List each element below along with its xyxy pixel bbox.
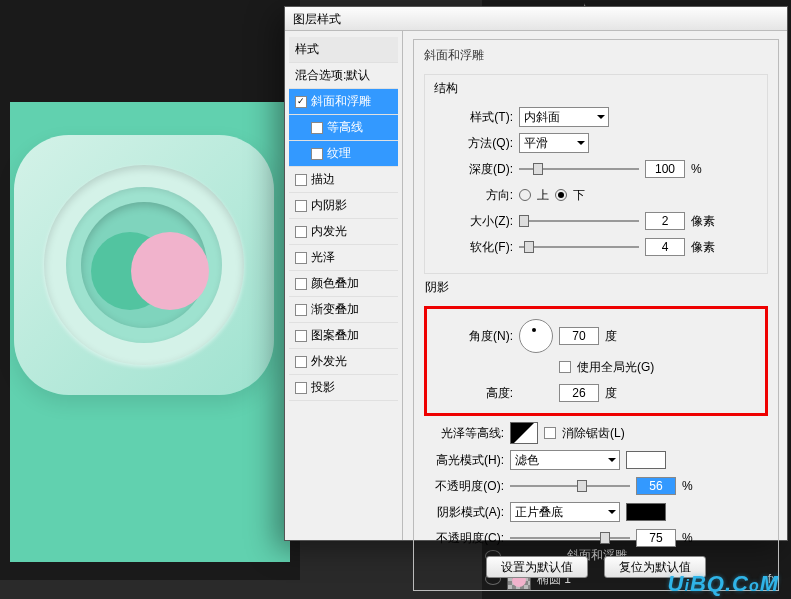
layer-style-dialog: 图层样式 样式 混合选项:默认 斜面和浮雕 等高线 纹理 描边 内阴影 内发光 … (284, 6, 788, 541)
highlight-mode-combo[interactable]: 滤色 (510, 450, 620, 470)
shadow-opacity-slider[interactable] (510, 530, 630, 546)
icon-ring-outer (44, 165, 244, 365)
checkbox-icon[interactable] (295, 252, 307, 264)
icon-circle-pink (131, 232, 209, 310)
angle-unit: 度 (605, 328, 617, 345)
technique-combo[interactable]: 平滑 (519, 133, 589, 153)
sidebar-header[interactable]: 样式 (289, 37, 398, 63)
soften-unit: 像素 (691, 239, 715, 256)
highlight-color-swatch[interactable] (626, 451, 666, 469)
structure-group: 结构 样式(T): 内斜面 方法(Q): 平滑 深度(D): 100 % (424, 74, 768, 274)
antialias-checkbox[interactable] (544, 427, 556, 439)
depth-input[interactable]: 100 (645, 160, 685, 178)
size-input[interactable]: 2 (645, 212, 685, 230)
altitude-input[interactable]: 26 (559, 384, 599, 402)
checkbox-icon[interactable] (295, 174, 307, 186)
sidebar-item-color-overlay[interactable]: 颜色叠加 (289, 271, 398, 297)
altitude-unit: 度 (605, 385, 617, 402)
sidebar-item-stroke[interactable]: 描边 (289, 167, 398, 193)
settings-panel: 斜面和浮雕 结构 样式(T): 内斜面 方法(Q): 平滑 深度(D): 100 (403, 31, 787, 540)
shadow-mode-combo[interactable]: 正片叠底 (510, 502, 620, 522)
sidebar-item-outer-glow[interactable]: 外发光 (289, 349, 398, 375)
global-light-label: 使用全局光(G) (577, 359, 654, 376)
gloss-contour-picker[interactable] (510, 422, 538, 444)
checkbox-icon[interactable] (311, 122, 323, 134)
direction-label: 方向: (433, 187, 513, 204)
size-label: 大小(Z): (433, 213, 513, 230)
sidebar-item-contour[interactable]: 等高线 (289, 115, 398, 141)
sidebar-item-pattern-overlay[interactable]: 图案叠加 (289, 323, 398, 349)
sidebar-item-inner-glow[interactable]: 内发光 (289, 219, 398, 245)
checkbox-icon[interactable] (295, 382, 307, 394)
checkbox-icon[interactable] (295, 278, 307, 290)
technique-label: 方法(Q): (433, 135, 513, 152)
direction-down-radio[interactable] (555, 189, 567, 201)
checkbox-icon[interactable] (295, 304, 307, 316)
icon-ring-inner (66, 187, 222, 343)
sidebar-item-texture[interactable]: 纹理 (289, 141, 398, 167)
shading-group: 阴影 角度(N): 70 度 使用全局光(G) (424, 280, 768, 548)
antialias-label: 消除锯齿(L) (562, 425, 625, 442)
gloss-label: 光泽等高线: (424, 425, 504, 442)
global-light-checkbox[interactable] (559, 361, 571, 373)
altitude-label: 高度: (433, 385, 513, 402)
highlight-mode-label: 高光模式(H): (424, 452, 504, 469)
shadow-opacity-input[interactable]: 75 (636, 529, 676, 547)
depth-unit: % (691, 162, 702, 176)
icon-preview (14, 135, 274, 395)
highlight-opacity-slider[interactable] (510, 478, 630, 494)
styles-sidebar: 样式 混合选项:默认 斜面和浮雕 等高线 纹理 描边 内阴影 内发光 光泽 颜色… (285, 31, 403, 540)
shadow-opacity-label: 不透明度(C): (424, 530, 504, 547)
shading-title: 阴影 (422, 279, 452, 296)
depth-label: 深度(D): (433, 161, 513, 178)
sidebar-item-bevel[interactable]: 斜面和浮雕 (289, 89, 398, 115)
dialog-titlebar[interactable]: 图层样式 (285, 7, 787, 31)
highlight-box: 角度(N): 70 度 使用全局光(G) 高度: (424, 306, 768, 416)
structure-title: 结构 (431, 80, 461, 97)
sidebar-item-satin[interactable]: 光泽 (289, 245, 398, 271)
size-slider[interactable] (519, 213, 639, 229)
depth-slider[interactable] (519, 161, 639, 177)
make-default-button[interactable]: 设置为默认值 (486, 556, 588, 578)
watermark: UiBQ.CoM (668, 571, 779, 597)
checkbox-icon[interactable] (295, 226, 307, 238)
angle-input[interactable]: 70 (559, 327, 599, 345)
checkbox-icon[interactable] (295, 96, 307, 108)
shadow-color-swatch[interactable] (626, 503, 666, 521)
sidebar-item-gradient-overlay[interactable]: 渐变叠加 (289, 297, 398, 323)
dialog-title: 图层样式 (293, 12, 341, 26)
soften-label: 软化(F): (433, 239, 513, 256)
checkbox-icon[interactable] (295, 330, 307, 342)
checkbox-icon[interactable] (295, 356, 307, 368)
sidebar-item-drop-shadow[interactable]: 投影 (289, 375, 398, 401)
direction-up-radio[interactable] (519, 189, 531, 201)
checkbox-icon[interactable] (311, 148, 323, 160)
shadow-mode-label: 阴影模式(A): (424, 504, 504, 521)
angle-widget[interactable] (519, 319, 553, 353)
soften-slider[interactable] (519, 239, 639, 255)
style-label: 样式(T): (433, 109, 513, 126)
highlight-opacity-input[interactable]: 56 (636, 477, 676, 495)
angle-label: 角度(N): (433, 328, 513, 345)
icon-ring-deep (81, 202, 207, 328)
sidebar-item-blend[interactable]: 混合选项:默认 (289, 63, 398, 89)
sidebar-item-inner-shadow[interactable]: 内阴影 (289, 193, 398, 219)
bevel-title: 斜面和浮雕 (420, 47, 488, 64)
size-unit: 像素 (691, 213, 715, 230)
style-combo[interactable]: 内斜面 (519, 107, 609, 127)
highlight-opacity-label: 不透明度(O): (424, 478, 504, 495)
soften-input[interactable]: 4 (645, 238, 685, 256)
checkbox-icon[interactable] (295, 200, 307, 212)
bevel-fieldset: 斜面和浮雕 结构 样式(T): 内斜面 方法(Q): 平滑 深度(D): 100 (413, 39, 779, 591)
